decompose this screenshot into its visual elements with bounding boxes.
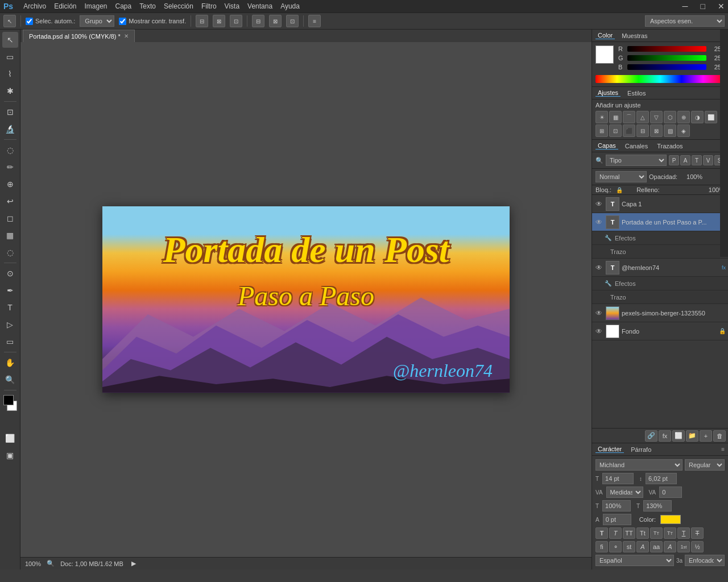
blur-tool[interactable]: ◌ xyxy=(2,244,18,260)
dodge-tool[interactable]: ⊙ xyxy=(2,265,18,281)
superscript-btn[interactable]: TT xyxy=(650,527,663,539)
new-layer-btn[interactable]: + xyxy=(700,430,712,442)
crop-tool[interactable]: ⊡ xyxy=(2,104,18,120)
maximize-button[interactable]: □ xyxy=(701,2,705,11)
foreground-color-swatch[interactable] xyxy=(3,395,14,405)
eraser-tool[interactable]: ◻ xyxy=(2,210,18,226)
photo-filter-adj-icon[interactable]: ⬜ xyxy=(705,111,717,123)
layer-item-capa1[interactable]: 👁 T Capa 1 xyxy=(592,195,728,213)
gradient-map-adj-icon[interactable]: ▧ xyxy=(664,124,676,137)
align-center-v-icon[interactable]: ⊠ xyxy=(269,15,282,27)
color-lookup-adj-icon[interactable]: ⊡ xyxy=(609,124,622,137)
bw-adj-icon[interactable]: ◑ xyxy=(691,111,704,123)
text-tool[interactable]: T xyxy=(2,300,18,315)
layer-visibility-fondo[interactable]: 👁 xyxy=(594,327,603,336)
red-slider[interactable] xyxy=(627,46,706,52)
document-tab[interactable]: Portada.psd al 100% (CMYK/8) * ✕ xyxy=(23,30,135,42)
quick-select-tool[interactable]: ✱ xyxy=(2,83,18,99)
add-mask-btn[interactable]: ⬜ xyxy=(672,430,685,442)
clone-tool[interactable]: ⊕ xyxy=(2,176,18,192)
layer-visibility-portada[interactable]: 👁 xyxy=(594,218,603,227)
italic-btn[interactable]: T xyxy=(609,527,622,539)
color-balance-adj-icon[interactable]: ⊕ xyxy=(677,111,690,123)
show-transform-check[interactable]: Mostrar contr. transf. xyxy=(119,18,186,25)
tab-character[interactable]: Carácter xyxy=(595,446,624,453)
filter-adj-btn[interactable]: A xyxy=(680,155,690,165)
char-panel-menu[interactable]: ≡ xyxy=(721,446,725,452)
menu-imagen[interactable]: Imagen xyxy=(85,2,107,10)
menu-archivo[interactable]: Archivo xyxy=(23,2,46,10)
color-spectrum[interactable] xyxy=(595,75,725,83)
brush-tool[interactable]: ✏ xyxy=(2,159,18,175)
discretionary-btn[interactable]: st xyxy=(623,541,635,552)
move-tool[interactable]: ↖ xyxy=(2,32,18,48)
lasso-tool[interactable]: ⌇ xyxy=(2,66,18,82)
channel-mix-adj-icon[interactable]: ⊞ xyxy=(595,124,608,137)
align-top-icon[interactable]: ⊟ xyxy=(252,15,264,27)
spot-heal-tool[interactable]: ◌ xyxy=(2,142,18,158)
tab-paragraph[interactable]: Párrafo xyxy=(628,446,653,453)
tab-adjustments[interactable]: Ajustes xyxy=(595,89,621,97)
aa-select[interactable]: Enfocado xyxy=(685,555,725,566)
auto-select-checkbox[interactable] xyxy=(26,18,33,25)
line-height-input[interactable] xyxy=(646,473,677,484)
history-brush-tool[interactable]: ↩ xyxy=(2,193,18,209)
levels-adj-icon[interactable]: ▦ xyxy=(609,111,622,123)
font-style-select[interactable]: Regular xyxy=(685,459,725,471)
close-button[interactable]: ✕ xyxy=(718,2,725,11)
vibrance-adj-icon[interactable]: ▽ xyxy=(650,111,663,123)
quick-mask-tool[interactable]: ⬜ xyxy=(2,430,18,446)
baseline-input[interactable] xyxy=(603,514,631,525)
blue-slider[interactable] xyxy=(627,64,706,70)
screen-mode-tool[interactable]: ▣ xyxy=(2,447,18,463)
add-style-btn[interactable]: fx xyxy=(659,430,671,442)
font-size-input[interactable] xyxy=(602,473,634,484)
canvas-scroll[interactable]: Portada de un Post Paso a Paso @hernleon… xyxy=(20,42,592,557)
scale-h-input[interactable] xyxy=(602,500,631,512)
layer-visibility-photo[interactable]: 👁 xyxy=(594,309,603,318)
layer-visibility-author[interactable]: 👁 xyxy=(594,263,603,272)
scale-v-input[interactable] xyxy=(643,500,672,512)
path-select-tool[interactable]: ▷ xyxy=(2,317,18,332)
strikethrough-btn[interactable]: T xyxy=(691,527,704,539)
tab-color[interactable]: Color xyxy=(595,32,615,39)
show-transform-checkbox[interactable] xyxy=(119,18,126,25)
allcaps-btn[interactable]: TT xyxy=(623,527,635,539)
shape-tool[interactable]: ▭ xyxy=(2,334,18,350)
swash-btn[interactable]: A xyxy=(636,541,649,552)
invert-adj-icon[interactable]: ⬛ xyxy=(623,124,635,137)
menu-vista[interactable]: Vista xyxy=(225,2,239,10)
tab-channels[interactable]: Canales xyxy=(623,143,650,149)
layer-visibility-capa1[interactable]: 👁 xyxy=(594,199,603,209)
layer-item-photo[interactable]: 👁 pexels-simon-berger-1323550 xyxy=(592,304,728,322)
tab-styles[interactable]: Estilos xyxy=(625,90,648,97)
menu-ayuda[interactable]: Ayuda xyxy=(280,2,300,10)
align-bottom-icon[interactable]: ⊡ xyxy=(286,15,299,27)
move-tool-options[interactable]: ↖ xyxy=(3,15,16,27)
hand-tool[interactable]: ✋ xyxy=(2,355,18,371)
menu-seleccion[interactable]: Selección xyxy=(164,2,193,10)
group-select[interactable]: Grupo xyxy=(80,15,114,27)
curves-adj-icon[interactable]: ⌒ xyxy=(623,111,635,123)
smallcaps-btn[interactable]: Tt xyxy=(636,527,649,539)
filter-pixel-btn[interactable]: P xyxy=(669,155,679,165)
zoom-tool[interactable]: 🔍 xyxy=(2,372,18,388)
eyedropper-tool[interactable]: 🔬 xyxy=(2,121,18,137)
menu-filtro[interactable]: Filtro xyxy=(201,2,217,10)
layer-filter-select[interactable]: Tipo xyxy=(606,155,667,166)
subscript-btn[interactable]: TT xyxy=(664,527,676,539)
align-right-icon[interactable]: ⊡ xyxy=(230,15,242,27)
titling-alt-btn[interactable]: aa xyxy=(650,541,663,552)
ordinals-btn[interactable]: 1st xyxy=(677,541,690,552)
link-layers-btn[interactable]: 🔗 xyxy=(645,430,657,442)
font-family-select[interactable]: Michland xyxy=(595,459,682,471)
oldstyle-btn[interactable]: ⚬ xyxy=(609,541,622,552)
posterize-adj-icon[interactable]: ⊟ xyxy=(636,124,649,137)
underline-btn[interactable]: T xyxy=(677,527,690,539)
menu-edicion[interactable]: Edición xyxy=(54,2,76,10)
filter-text-btn[interactable]: T xyxy=(692,155,702,165)
brightness-adj-icon[interactable]: ☀ xyxy=(595,111,608,123)
blend-mode-select[interactable]: Normal xyxy=(595,171,647,182)
bold-btn[interactable]: T xyxy=(595,527,608,539)
new-group-btn[interactable]: 📁 xyxy=(686,430,698,442)
